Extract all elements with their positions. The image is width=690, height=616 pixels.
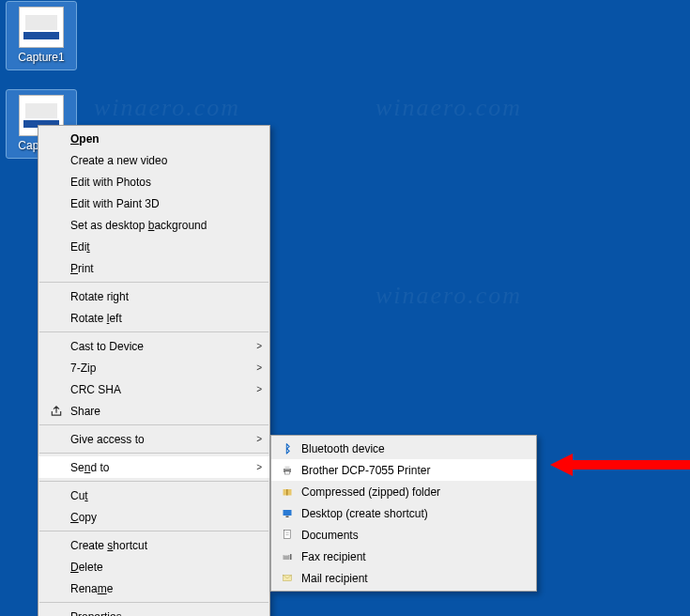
submenu-item[interactable]: Brother DCP-7055 Printer: [271, 459, 536, 481]
submenu-arrow-icon: >: [256, 341, 262, 351]
menu-item-label: Copy: [67, 511, 251, 524]
blank-icon: [46, 239, 67, 254]
annotation-arrow: [550, 454, 690, 476]
menu-item-label: Create a new video: [67, 154, 251, 167]
submenu-arrow-icon: >: [256, 362, 262, 373]
bluetooth-icon: ᛒ: [277, 441, 298, 456]
menu-item-label: Rotate left: [67, 312, 251, 325]
blank-icon: [46, 609, 67, 617]
menu-item[interactable]: Send to>: [38, 456, 269, 478]
submenu-item-label: Bluetooth device: [298, 442, 519, 455]
menu-item[interactable]: Give access to>: [38, 428, 269, 450]
submenu-arrow-icon: >: [256, 462, 262, 472]
menu-separator: [39, 424, 268, 425]
blank-icon: [46, 289, 67, 304]
submenu-arrow-icon: >: [256, 434, 262, 444]
menu-item[interactable]: Edit with Photos: [38, 171, 269, 192]
docs-icon: [277, 528, 298, 543]
context-menu: OpenCreate a new videoEdit with PhotosEd…: [38, 125, 270, 616]
menu-item-label: Rename: [67, 582, 251, 595]
desktop-icon-capture1[interactable]: Capture1: [7, 2, 76, 69]
menu-item-label: Share: [67, 405, 251, 418]
send-to-submenu: ᛒBluetooth deviceBrother DCP-7055 Printe…: [270, 435, 537, 592]
menu-item-label: Send to: [67, 461, 251, 474]
submenu-item[interactable]: Documents: [271, 524, 536, 546]
mail-icon: [277, 571, 298, 586]
submenu-item[interactable]: Desktop (create shortcut): [271, 502, 536, 524]
submenu-item[interactable]: Fax recipient: [271, 546, 536, 567]
menu-item-label: 7-Zip: [67, 362, 251, 375]
menu-item-label: Edit with Paint 3D: [67, 197, 251, 210]
submenu-item-label: Mail recipient: [298, 572, 519, 585]
submenu-item[interactable]: Compressed (zipped) folder: [271, 481, 536, 502]
menu-item[interactable]: Edit with Paint 3D: [38, 192, 269, 214]
blank-icon: [46, 361, 67, 376]
watermark: winaero.com: [376, 94, 522, 122]
menu-item[interactable]: Create a new video: [38, 149, 269, 171]
arrow-head-icon: [550, 454, 573, 476]
desktop-icon-label: Capture1: [7, 51, 76, 64]
menu-item[interactable]: Open: [38, 128, 269, 149]
menu-item[interactable]: Delete: [38, 556, 269, 578]
submenu-arrow-icon: >: [256, 384, 262, 394]
menu-item[interactable]: Set as desktop background: [38, 214, 269, 236]
menu-separator: [39, 331, 268, 332]
image-thumbnail-icon: [20, 8, 63, 47]
submenu-item-label: Brother DCP-7055 Printer: [298, 464, 519, 477]
menu-item-label: Rotate right: [67, 290, 251, 303]
arrow-shaft: [573, 460, 690, 470]
menu-item-label: Edit with Photos: [67, 176, 251, 189]
menu-item[interactable]: Cut: [38, 485, 269, 506]
blank-icon: [46, 196, 67, 211]
menu-item[interactable]: Copy: [38, 506, 269, 528]
menu-item[interactable]: Rotate left: [38, 307, 269, 329]
menu-item[interactable]: Create shortcut: [38, 534, 269, 556]
blank-icon: [46, 460, 67, 475]
share-icon: [46, 404, 67, 419]
menu-item-label: Create shortcut: [67, 539, 251, 552]
svg-rect-1: [285, 466, 290, 469]
svg-rect-10: [284, 555, 290, 560]
menu-item[interactable]: CRC SHA>: [38, 378, 269, 400]
submenu-item-label: Documents: [298, 529, 519, 542]
zip-icon: [277, 485, 298, 500]
menu-item[interactable]: Properties: [38, 606, 269, 616]
blank-icon: [46, 432, 67, 447]
menu-item[interactable]: Print: [38, 257, 269, 279]
menu-separator: [39, 531, 268, 531]
menu-item-label: Cast to Device: [67, 340, 251, 353]
submenu-item[interactable]: ᛒBluetooth device: [271, 438, 536, 459]
menu-item[interactable]: Cast to Device>: [38, 335, 269, 357]
menu-item[interactable]: Rotate right: [38, 285, 269, 307]
menu-item[interactable]: Rename: [38, 578, 269, 599]
blank-icon: [46, 131, 67, 146]
menu-item-label: Set as desktop background: [67, 219, 251, 232]
menu-separator: [39, 453, 268, 454]
blank-icon: [46, 311, 67, 326]
svg-rect-12: [290, 554, 292, 560]
submenu-item-label: Fax recipient: [298, 550, 519, 563]
menu-item-label: Cut: [67, 489, 251, 502]
watermark: winaero.com: [376, 282, 522, 310]
submenu-item[interactable]: Mail recipient: [271, 567, 536, 589]
blank-icon: [46, 153, 67, 168]
submenu-item-label: Desktop (create shortcut): [298, 507, 519, 520]
blank-icon: [46, 488, 67, 503]
blank-icon: [46, 261, 67, 276]
svg-rect-5: [284, 510, 292, 516]
menu-item[interactable]: Edit: [38, 236, 269, 257]
menu-item[interactable]: 7-Zip>: [38, 357, 269, 378]
blank-icon: [46, 218, 67, 233]
svg-rect-2: [285, 471, 290, 474]
menu-separator: [39, 481, 268, 482]
printer-icon: [277, 463, 298, 478]
blank-icon: [46, 510, 67, 525]
blank-icon: [46, 339, 67, 354]
menu-item[interactable]: Share: [38, 400, 269, 422]
menu-item-label: Open: [67, 132, 251, 146]
blank-icon: [46, 538, 67, 553]
watermark: winaero.com: [94, 94, 240, 122]
blank-icon: [46, 175, 67, 190]
svg-rect-4: [286, 489, 288, 496]
blank-icon: [46, 382, 67, 397]
